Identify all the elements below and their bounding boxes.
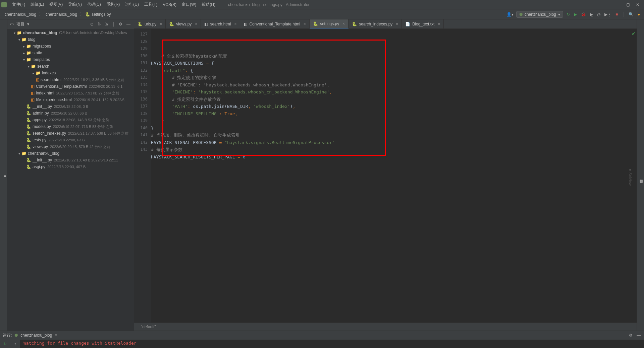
gear-icon[interactable]: ⚙: [628, 332, 633, 338]
project-title: 项目: [16, 21, 24, 27]
avatar-icon[interactable]: ●: [637, 11, 641, 17]
tree-file[interactable]: 🐍tests.py2022/6/18 22:08, 63 B: [7, 137, 134, 143]
tree-file[interactable]: 🐍search_indexes.py2022/6/21 17:37, 538 B…: [7, 130, 134, 137]
tree-root[interactable]: ▾📁chenzhanxu_blogC:\Users\Administrator\…: [7, 29, 134, 36]
editor-tab[interactable]: ◧Conventional_Template.html×: [240, 19, 309, 28]
up-icon[interactable]: ↑: [14, 342, 16, 346]
menu-file[interactable]: 文件(F): [9, 1, 28, 8]
editor-area: 🐍urls.py×🐍views.py×◧search.html×◧Convent…: [134, 19, 637, 331]
attach-icon[interactable]: ▶⋮: [604, 11, 612, 17]
rerun-icon[interactable]: ↻: [566, 11, 571, 17]
editor-tab[interactable]: 🐍views.py×: [166, 19, 201, 28]
tree-file[interactable]: 🐍apps.py2022/6/18 22:08, 146 B 53 分钟 之前: [7, 117, 134, 123]
tree-file[interactable]: 🐍models.py2022/6/19 22:07, 716 B 53 分钟 之…: [7, 123, 134, 130]
menu-tools[interactable]: 工具(T): [142, 1, 160, 8]
close-icon[interactable]: ×: [234, 22, 236, 26]
tree-folder[interactable]: ▸📁indexes: [7, 70, 134, 76]
chevron-down-icon[interactable]: ▾: [27, 22, 29, 26]
tree-folder[interactable]: ▸📁migrations: [7, 43, 134, 50]
right-tool-strip: 数据库 ■ SciView: [637, 19, 644, 331]
run-sidebar: ↻ ■ ⛛ 📌: [0, 340, 10, 348]
close-icon[interactable]: ×: [304, 22, 306, 26]
tree-folder[interactable]: ▸📁static: [7, 50, 134, 56]
menu-view[interactable]: 视图(V): [47, 1, 65, 8]
tree-folder[interactable]: ▾📁templates: [7, 56, 134, 63]
tree-file[interactable]: 🐍__init__.py2022/6/18 22:10, 48 B 2022/6…: [7, 157, 134, 163]
file-icon: 🐍: [169, 22, 174, 26]
menu-help[interactable]: 帮助(H): [199, 1, 218, 8]
run-tab[interactable]: chenzhanxu_blog: [20, 333, 52, 338]
run-config-selector[interactable]: ⬢ chenzhanxu_blog ▾: [516, 11, 563, 18]
tree-file[interactable]: 🐍asgi.py2022/6/18 22:03, 407 B: [7, 163, 134, 170]
window-title: chenzhanxu_blog - settings.py - Administ…: [228, 2, 310, 7]
tree-file[interactable]: 🐍views.py2022/6/20 20:45, 579 B 42 分钟 之前: [7, 143, 134, 150]
tree-file[interactable]: ◧index.html2022/6/20 16:15, 7.91 kB 27 分…: [7, 90, 134, 96]
close-icon[interactable]: ×: [160, 22, 162, 26]
hide-icon[interactable]: —: [126, 21, 131, 27]
django-icon: ⬢: [519, 12, 523, 17]
collapse-icon[interactable]: ⇲: [104, 21, 109, 27]
project-tab[interactable]: ■: [3, 175, 7, 179]
gear-icon[interactable]: ⚙: [118, 21, 123, 27]
file-icon: ◧: [204, 22, 208, 26]
close-icon[interactable]: ✕: [636, 2, 639, 7]
folder-icon: ▭: [10, 22, 14, 26]
breadcrumb[interactable]: chenzhanxu_blog: [44, 12, 78, 17]
separator: │: [621, 11, 625, 17]
search-icon[interactable]: 🔍: [628, 11, 634, 17]
gutter: 1271281291301311321331341351361371381391…: [134, 29, 151, 323]
editor-tab[interactable]: 📄Blog_text.txt×: [402, 19, 444, 28]
maximize-icon[interactable]: ▢: [626, 2, 630, 7]
minimize-icon[interactable]: —: [616, 2, 620, 7]
project-header: ▭ 项目 ▾ ⊙ ⇅ ⇲ │ ⚙ —: [7, 19, 134, 29]
breadcrumb[interactable]: chenzhanxu_blog: [3, 12, 38, 17]
expand-icon[interactable]: ⇅: [97, 21, 102, 27]
file-icon: 🐍: [352, 22, 357, 26]
tree-folder[interactable]: ▾📁chenzhanxu_blog: [7, 150, 134, 157]
django-icon: ⬢: [14, 333, 18, 338]
editor-tab[interactable]: 🐍search_indexes.py×: [348, 19, 402, 28]
menu-edit[interactable]: 编辑(E): [28, 1, 47, 8]
menu-code[interactable]: 代码(C): [85, 1, 104, 8]
close-icon[interactable]: ×: [195, 22, 197, 26]
select-opened-icon[interactable]: ⊙: [90, 21, 94, 27]
menu-refactor[interactable]: 重构(R): [104, 1, 123, 8]
close-icon[interactable]: ×: [438, 22, 440, 26]
editor-tab[interactable]: 🐍urls.py×: [134, 19, 166, 28]
tree-folder[interactable]: ▾📁blog: [7, 36, 134, 43]
editor-tab[interactable]: ◧search.html×: [201, 19, 240, 28]
tree-file[interactable]: ◧search.html2022/6/21 18:21, 3.36 kB 3 分…: [7, 76, 134, 83]
close-icon[interactable]: ×: [342, 21, 345, 26]
tree-file[interactable]: 🐍admin.py2022/6/18 22:08, 66 B: [7, 110, 134, 117]
run-icon[interactable]: ▶: [573, 11, 578, 17]
close-icon[interactable]: ×: [396, 22, 398, 26]
python-icon: 🐍: [85, 12, 90, 17]
menu-nav[interactable]: 导航(N): [65, 1, 85, 8]
run-label: 运行:: [3, 333, 12, 338]
tree-file[interactable]: 🐍__init__.py2022/6/18 22:08, 0 B: [7, 103, 134, 110]
tree-folder[interactable]: ▾📁search: [7, 63, 134, 70]
tree-file[interactable]: ◧Conventional_Template.html2022/6/20 20:…: [7, 83, 134, 90]
debug-icon[interactable]: 🐞: [580, 11, 587, 17]
editor-tabs: 🐍urls.py×🐍views.py×◧search.html×◧Convent…: [134, 19, 637, 29]
menu-run[interactable]: 运行(U): [122, 1, 142, 8]
code-editor[interactable]: ✔ 12712812913013113213313413513613713813…: [134, 29, 637, 323]
stop-icon[interactable]: ■: [615, 11, 619, 17]
editor-tab[interactable]: 🐍settings.py×: [310, 19, 348, 28]
app-icon[interactable]: [1, 2, 7, 7]
coverage-icon[interactable]: ▶̤: [589, 11, 594, 17]
file-icon: ◧: [244, 22, 247, 26]
rerun-icon[interactable]: ↻: [3, 342, 7, 346]
close-icon[interactable]: ×: [55, 333, 57, 338]
menubar: 文件(F) 编辑(E) 视图(V) 导航(N) 代码(C) 重构(R) 运行(U…: [0, 0, 644, 9]
profile-icon[interactable]: ◷: [596, 11, 601, 17]
breadcrumb[interactable]: settings.py: [90, 12, 112, 17]
hide-icon[interactable]: —: [636, 332, 641, 338]
menu-window[interactable]: 窗口(W): [179, 1, 199, 8]
tree-file[interactable]: ◧life_experience.html2022/6/19 20:41, 13…: [7, 96, 134, 103]
code-content[interactable]: # 全文检索框架haystack的配置HAYSTACK_CONNECTIONS …: [151, 29, 637, 323]
console-output[interactable]: Watching for file changes with StatReloa…: [20, 340, 644, 348]
menu-vcs[interactable]: VCS(S): [160, 2, 179, 8]
add-user-icon[interactable]: 👤▾: [506, 12, 514, 17]
code-breadcrumb[interactable]: "default": [134, 323, 637, 331]
